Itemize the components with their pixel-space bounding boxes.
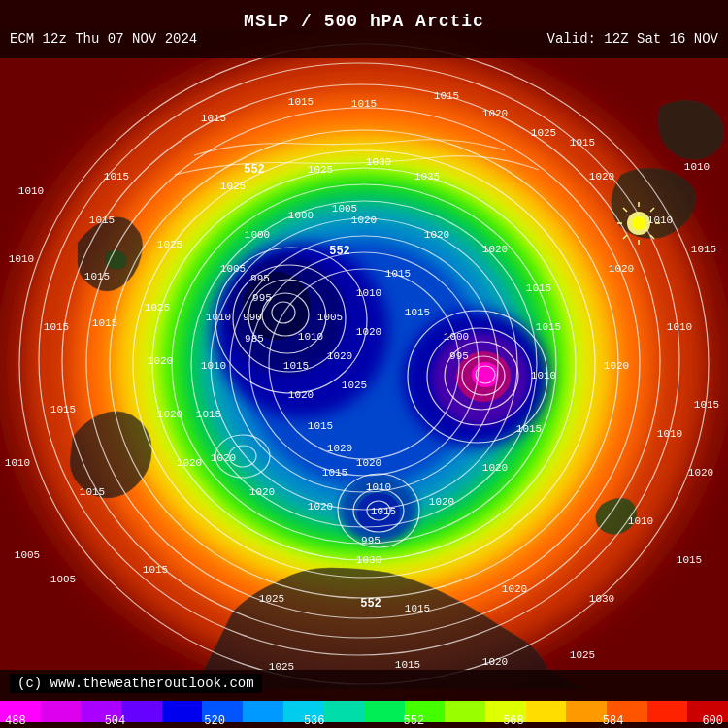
svg-text:1015: 1015 bbox=[322, 467, 347, 479]
svg-text:1015: 1015 bbox=[570, 137, 595, 149]
svg-text:1020: 1020 bbox=[249, 486, 275, 498]
colorbar-wrapper: 488504520536552568584600 bbox=[0, 691, 728, 728]
svg-text:1020: 1020 bbox=[351, 215, 377, 226]
svg-text:1025: 1025 bbox=[157, 239, 182, 250]
svg-text:1015: 1015 bbox=[691, 244, 716, 255]
svg-text:1015: 1015 bbox=[351, 98, 377, 110]
svg-text:1025: 1025 bbox=[570, 649, 595, 661]
svg-text:1010: 1010 bbox=[201, 360, 226, 372]
svg-text:1020: 1020 bbox=[482, 462, 508, 474]
svg-text:1010: 1010 bbox=[206, 312, 231, 323]
svg-text:1020: 1020 bbox=[482, 244, 508, 255]
svg-text:1005: 1005 bbox=[220, 263, 246, 275]
svg-text:1005: 1005 bbox=[317, 312, 343, 323]
svg-text:1025: 1025 bbox=[145, 302, 170, 314]
svg-text:990: 990 bbox=[243, 312, 262, 323]
svg-text:1020: 1020 bbox=[482, 656, 508, 668]
chart-title: MSLP / 500 hPA Arctic bbox=[244, 12, 484, 31]
svg-text:1020: 1020 bbox=[148, 355, 173, 367]
svg-text:995: 995 bbox=[449, 350, 469, 362]
svg-text:1020: 1020 bbox=[589, 171, 614, 182]
svg-text:1015: 1015 bbox=[80, 486, 105, 498]
svg-text:1015: 1015 bbox=[283, 360, 309, 372]
svg-text:1015: 1015 bbox=[104, 171, 129, 182]
svg-text:552: 552 bbox=[329, 245, 350, 258]
svg-text:1025: 1025 bbox=[531, 127, 556, 139]
svg-text:1020: 1020 bbox=[356, 457, 381, 469]
svg-text:1015: 1015 bbox=[405, 603, 430, 614]
svg-text:1020: 1020 bbox=[177, 457, 202, 469]
svg-text:1015: 1015 bbox=[84, 271, 110, 282]
svg-text:1015: 1015 bbox=[201, 113, 226, 124]
svg-text:995: 995 bbox=[252, 292, 272, 304]
colorbar-label: 520 bbox=[204, 714, 225, 728]
svg-text:1025: 1025 bbox=[220, 181, 246, 192]
subtitle-bar: ECM 12z Thu 07 NOV 2024 Valid: 12Z Sat 1… bbox=[0, 31, 728, 47]
title-text: MSLP / 500 hPA Arctic bbox=[244, 12, 484, 31]
colorbar-label: 600 bbox=[702, 714, 723, 728]
colorbar-label: 552 bbox=[404, 714, 425, 728]
svg-text:1010: 1010 bbox=[657, 428, 682, 440]
svg-text:1000: 1000 bbox=[288, 210, 314, 221]
svg-text:1010: 1010 bbox=[366, 481, 391, 493]
svg-text:1020: 1020 bbox=[308, 501, 333, 513]
svg-text:1020: 1020 bbox=[288, 389, 314, 401]
svg-text:1015: 1015 bbox=[371, 506, 396, 517]
svg-text:1010: 1010 bbox=[684, 161, 710, 173]
svg-text:1015: 1015 bbox=[526, 282, 551, 294]
colorbar-label: 504 bbox=[105, 714, 126, 728]
svg-text:1015: 1015 bbox=[677, 554, 702, 566]
svg-text:1000: 1000 bbox=[245, 229, 270, 241]
svg-text:1015: 1015 bbox=[434, 90, 459, 102]
svg-text:995: 995 bbox=[250, 273, 270, 284]
svg-text:1015: 1015 bbox=[308, 420, 333, 432]
svg-text:1010: 1010 bbox=[298, 331, 323, 343]
svg-text:1015: 1015 bbox=[288, 96, 314, 108]
svg-text:1015: 1015 bbox=[92, 317, 117, 329]
svg-text:552: 552 bbox=[244, 163, 265, 177]
svg-text:1015: 1015 bbox=[694, 399, 719, 411]
svg-text:1030: 1030 bbox=[589, 593, 614, 605]
svg-text:995: 995 bbox=[361, 535, 381, 546]
svg-text:1015: 1015 bbox=[44, 321, 69, 333]
svg-text:1020: 1020 bbox=[157, 409, 182, 420]
svg-text:1020: 1020 bbox=[604, 360, 629, 372]
svg-text:1020: 1020 bbox=[424, 229, 449, 241]
svg-text:1030: 1030 bbox=[366, 156, 391, 168]
svg-text:1035: 1035 bbox=[414, 171, 440, 182]
svg-text:1020: 1020 bbox=[356, 326, 381, 338]
svg-text:1015: 1015 bbox=[405, 307, 430, 318]
svg-text:985: 985 bbox=[245, 333, 264, 345]
svg-text:1015: 1015 bbox=[385, 268, 411, 280]
svg-text:1020: 1020 bbox=[502, 583, 527, 595]
colorbar-label: 488 bbox=[5, 714, 26, 728]
model-run-text: ECM 12z Thu 07 NOV 2024 bbox=[10, 31, 197, 47]
svg-text:1015: 1015 bbox=[196, 409, 221, 420]
header-bar: MSLP / 500 hPA Arctic ECM 12z Thu 07 NOV… bbox=[0, 0, 728, 58]
colorbar-label: 584 bbox=[603, 714, 624, 728]
svg-text:1010: 1010 bbox=[5, 457, 30, 469]
colorbar-label: 568 bbox=[503, 714, 524, 728]
svg-text:1015: 1015 bbox=[143, 564, 168, 576]
svg-text:1020: 1020 bbox=[688, 467, 713, 479]
svg-text:1020: 1020 bbox=[482, 108, 508, 119]
svg-text:1000: 1000 bbox=[444, 331, 469, 343]
svg-text:1020: 1020 bbox=[211, 452, 236, 464]
svg-text:1020: 1020 bbox=[327, 443, 352, 454]
svg-text:1010: 1010 bbox=[356, 287, 381, 299]
weather-map: 1015 1015 1010 1010 1010 1010 1015 1015 … bbox=[0, 0, 728, 728]
svg-text:1010: 1010 bbox=[9, 253, 34, 265]
svg-text:1020: 1020 bbox=[327, 350, 352, 362]
svg-text:1020: 1020 bbox=[429, 496, 454, 508]
svg-text:1020: 1020 bbox=[609, 263, 634, 275]
svg-text:1015: 1015 bbox=[50, 404, 76, 415]
svg-point-144 bbox=[632, 216, 645, 230]
svg-text:1010: 1010 bbox=[531, 370, 556, 381]
colorbar-labels: 488504520536552568584600 bbox=[0, 714, 728, 728]
svg-text:1025: 1025 bbox=[342, 380, 367, 391]
bottom-bar: (c) www.theweatheroutlook.com 4885045205… bbox=[0, 670, 728, 728]
svg-text:1010: 1010 bbox=[647, 215, 673, 226]
svg-text:1005: 1005 bbox=[15, 549, 40, 561]
colorbar-label: 536 bbox=[304, 714, 325, 728]
svg-text:1010: 1010 bbox=[667, 321, 692, 333]
